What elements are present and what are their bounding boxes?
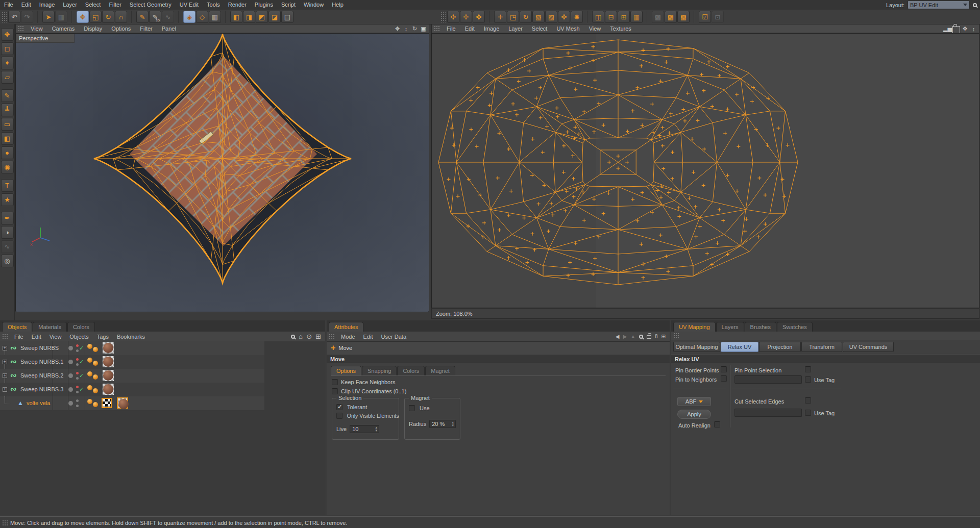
phong-tag-icon[interactable]	[93, 347, 98, 352]
expander-icon[interactable]: +	[3, 387, 7, 392]
pin-selection-field[interactable]	[734, 375, 802, 384]
uv-select-live-icon[interactable]: ▨	[545, 11, 557, 23]
phong-tag-icon[interactable]	[87, 358, 92, 363]
use-tag-2-checkbox[interactable]	[805, 410, 811, 416]
clip-uv-coordinates-0-1--checkbox[interactable]	[332, 388, 338, 394]
toolbar-grip-2[interactable]	[440, 11, 446, 22]
uv-menu-file[interactable]: File	[442, 24, 460, 33]
visibility-dot[interactable]	[68, 360, 73, 364]
history-icon[interactable]: 8	[655, 334, 658, 339]
menu-layer[interactable]: Layer	[59, 0, 81, 10]
set-selection-icon[interactable]: ▤	[281, 11, 293, 23]
render-dot[interactable]	[76, 399, 79, 402]
uv-point-mode-icon[interactable]: ✣	[447, 11, 459, 23]
menu-filter[interactable]: Filter	[105, 0, 125, 10]
uv-move-icon[interactable]: ✛	[494, 11, 506, 23]
expander-icon[interactable]: +	[3, 373, 7, 378]
material-tag-icon[interactable]	[103, 342, 114, 354]
zoom-view-icon[interactable]: ↕	[402, 25, 410, 33]
tab-colors[interactable]: Colors	[67, 322, 95, 332]
viewport-grip[interactable]	[18, 26, 24, 32]
enabled-check-icon[interactable]: ✓	[79, 386, 84, 393]
vp3d-menu-filter[interactable]: Filter	[135, 24, 157, 33]
enabled-check-icon[interactable]: ✓	[79, 359, 84, 365]
material-tag-icon[interactable]	[103, 370, 114, 381]
search-icon[interactable]	[291, 334, 295, 340]
attributes-menu-user-data[interactable]: User Data	[377, 333, 411, 341]
objects-menu-file[interactable]: File	[10, 333, 28, 341]
zoom-view-icon[interactable]: ↕	[970, 25, 977, 33]
object-row[interactable]: +∾Sweep NURBS.1✓	[0, 355, 325, 369]
menu-edit[interactable]: Edit	[17, 0, 35, 10]
cut-edges-field[interactable]	[734, 409, 802, 417]
use-checkbox[interactable]	[409, 405, 415, 411]
uvw-tag-icon[interactable]	[102, 398, 112, 408]
object-label[interactable]: Sweep NURBS	[20, 345, 59, 351]
waterdrop-icon[interactable]: ●	[1, 146, 14, 159]
tab-uv-mapping[interactable]: UV Mapping	[673, 322, 716, 332]
radius-field[interactable]: 20 % ▲▼	[429, 420, 456, 428]
phong-tag-icon[interactable]	[93, 402, 98, 407]
uv-poly-mode-icon[interactable]: ✤	[473, 11, 485, 23]
uv-mode-relax-uv[interactable]: Relax UV	[721, 342, 758, 352]
pin-border-checkbox[interactable]	[721, 366, 727, 372]
pan-view-icon[interactable]: ✥	[394, 25, 401, 33]
cube-view-front-icon[interactable]: ◨	[243, 11, 255, 23]
eraser-icon[interactable]: ▭	[1, 118, 14, 131]
gradient-icon[interactable]: ◧	[1, 132, 14, 145]
object-label[interactable]: Sweep NURBS.3	[20, 386, 63, 392]
uv-mode-transform[interactable]: Transform	[801, 342, 842, 352]
lock-open-icon[interactable]	[952, 25, 960, 33]
marquee-select-icon[interactable]: ◻	[1, 42, 14, 55]
tab-swatches[interactable]: Swatches	[777, 322, 813, 332]
menu-tools[interactable]: Tools	[203, 0, 224, 10]
histogram-icon[interactable]: ▂▅	[944, 25, 951, 33]
tab-materials[interactable]: Materials	[33, 322, 67, 332]
checker-preview-icon[interactable]: ▦	[209, 11, 221, 23]
text-tool-icon[interactable]: T	[1, 179, 14, 192]
editor-dot[interactable]	[76, 377, 79, 380]
toggle-view-icon[interactable]: ▣	[420, 25, 427, 33]
panel-grip[interactable]	[2, 334, 8, 340]
option-tab-magnet[interactable]: Magnet	[425, 366, 455, 375]
mask-icon[interactable]: ◎	[1, 255, 14, 267]
menu-uv-edit[interactable]: UV Edit	[176, 0, 203, 10]
scale-tool-icon[interactable]: ◱	[89, 11, 102, 23]
tab-layers[interactable]: Layers	[716, 322, 744, 332]
option-tab-snapping[interactable]: Snapping	[362, 366, 397, 375]
axis-magnet-icon[interactable]: ∩	[115, 11, 127, 23]
uv-editor-canvas[interactable]	[431, 33, 979, 308]
expander-icon[interactable]: +	[3, 346, 7, 350]
material-tag-icon[interactable]	[103, 356, 114, 367]
vp3d-menu-view[interactable]: View	[26, 24, 47, 33]
uv-menu-image[interactable]: Image	[479, 24, 504, 33]
expander-icon[interactable]: +	[3, 360, 7, 364]
panel-grip[interactable]	[329, 334, 335, 340]
phong-tag-icon[interactable]	[87, 371, 92, 376]
enabled-check-icon[interactable]: ✓	[79, 372, 84, 379]
menu-image[interactable]: Image	[35, 0, 59, 10]
uv-mode-uv-commands[interactable]: UV Commands	[843, 342, 894, 352]
uv-apply-checked-icon[interactable]: ☑	[699, 11, 711, 23]
add-icon[interactable]: ⊞	[315, 333, 321, 340]
phong-tag-icon[interactable]	[87, 385, 92, 390]
object-label[interactable]: Sweep NURBS.1	[20, 359, 63, 365]
eye-icon[interactable]: ⊙	[306, 333, 312, 340]
menu-file[interactable]: File	[0, 0, 17, 10]
search-icon[interactable]	[973, 3, 977, 7]
phong-tag-icon[interactable]	[87, 344, 92, 349]
paint-brush-icon[interactable]: ✎	[136, 11, 149, 23]
stepper-arrows[interactable]: ▲▼	[375, 426, 378, 432]
menu-help[interactable]: Help	[328, 0, 348, 10]
editor-dot[interactable]	[76, 363, 79, 366]
live-field[interactable]: 10 ▲▼	[350, 425, 379, 433]
objects-menu-tags[interactable]: Tags	[93, 333, 113, 341]
search-icon[interactable]	[639, 334, 643, 340]
menu-select[interactable]: Select	[81, 0, 105, 10]
uv-grid-c-icon[interactable]: ▩	[677, 11, 690, 23]
render-dot[interactable]	[76, 386, 79, 388]
uv-relax-icon[interactable]: ✺	[571, 11, 583, 23]
vp3d-menu-display[interactable]: Display	[79, 24, 107, 33]
stepper-arrows[interactable]: ▲▼	[451, 421, 454, 427]
uv-pack-icon[interactable]: ▦	[630, 11, 643, 23]
